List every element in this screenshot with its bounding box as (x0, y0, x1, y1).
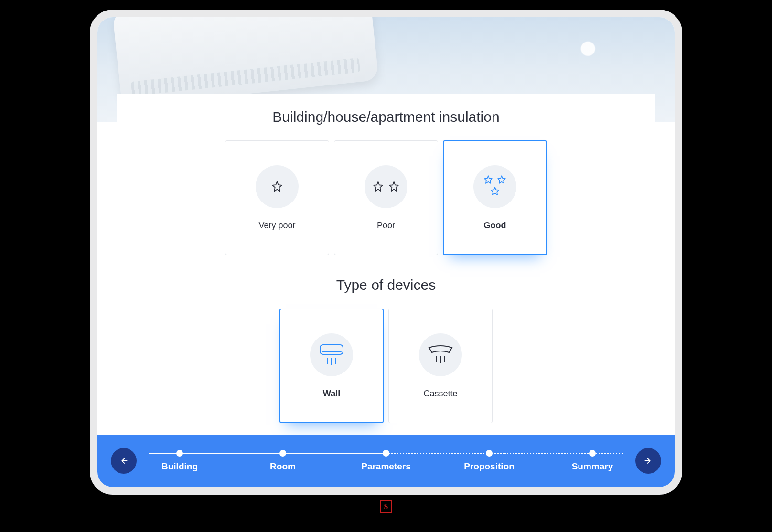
arrow-left-icon (118, 456, 129, 466)
star-icon (256, 165, 299, 208)
prev-button[interactable] (111, 448, 137, 474)
step-label: Room (270, 461, 296, 472)
step-label: Proposition (464, 461, 515, 472)
star-icon (473, 165, 516, 208)
option-label: Very poor (258, 221, 295, 231)
arrow-right-icon (643, 456, 654, 466)
next-button[interactable] (635, 448, 661, 474)
step-label: Building (161, 461, 198, 472)
step-dot (589, 450, 596, 457)
option-label: Poor (377, 221, 395, 231)
insulation-option-good[interactable]: Good (443, 140, 547, 255)
option-label: Good (484, 221, 506, 231)
brand-mark: S (380, 500, 392, 513)
insulation-options: Very poor Poor (225, 140, 547, 255)
device-option-cassette[interactable]: Cassette (388, 309, 493, 423)
step-label: Summary (572, 461, 613, 472)
wall-ac-icon (310, 333, 353, 376)
device-option-wall[interactable]: Wall (279, 309, 384, 423)
star-icon (365, 165, 407, 208)
step-dot (279, 450, 286, 457)
insulation-option-poor[interactable]: Poor (334, 140, 438, 255)
section-title-insulation: Building/house/apartment insulation (272, 109, 499, 125)
stepper-bar: Building Room Parameters Proposition Sum… (97, 435, 675, 487)
step-building[interactable]: Building (146, 450, 213, 472)
device-type-options: Wall Cassette (279, 309, 493, 423)
step-dot (486, 450, 493, 457)
step-dot (383, 450, 389, 457)
step-proposition[interactable]: Proposition (456, 450, 523, 472)
insulation-option-very-poor[interactable]: Very poor (225, 140, 329, 255)
steps-track: Building Room Parameters Proposition Sum… (146, 448, 626, 474)
option-label: Wall (323, 389, 340, 399)
step-room[interactable]: Room (249, 450, 316, 472)
step-summary[interactable]: Summary (559, 450, 626, 472)
step-label: Parameters (361, 461, 411, 472)
svg-rect-0 (320, 345, 343, 354)
step-parameters[interactable]: Parameters (353, 450, 419, 472)
option-label: Cassette (423, 389, 457, 399)
step-dot (176, 450, 183, 457)
cassette-ac-icon (419, 333, 462, 376)
section-title-device-type: Type of devices (336, 277, 436, 293)
content-panel: Building/house/apartment insulation Very… (117, 94, 655, 435)
tablet-frame: Building/house/apartment insulation Very… (90, 10, 682, 495)
